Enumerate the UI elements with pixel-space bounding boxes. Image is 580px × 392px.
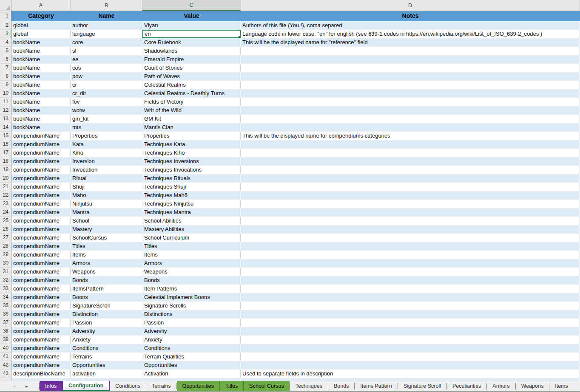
cell-category[interactable]: bookName — [11, 72, 71, 81]
cell-name[interactable]: SignatureScroll — [71, 302, 142, 310]
cell-category[interactable]: bookName — [11, 98, 71, 106]
row-number[interactable]: 21 — [0, 183, 11, 191]
cell-notes[interactable] — [241, 344, 580, 353]
cell-notes[interactable] — [241, 353, 580, 361]
cell-value[interactable]: Celestial Realms — [142, 81, 241, 89]
row-number[interactable]: 32 — [0, 276, 11, 285]
cell-notes[interactable] — [241, 251, 580, 259]
cell-value[interactable]: Core Rulebook — [142, 38, 241, 47]
row-number[interactable]: 11 — [0, 98, 11, 106]
row-number[interactable]: 13 — [0, 115, 11, 123]
cell-category[interactable]: bookName — [11, 115, 71, 123]
cell-name[interactable]: core — [71, 38, 142, 47]
cell-value[interactable]: Techniques Inversions — [142, 157, 241, 166]
sheet-tab-opportunities[interactable]: Opportunities — [177, 381, 219, 391]
cell-name[interactable]: Items — [71, 251, 142, 259]
cell-value[interactable]: Emerald Empire — [142, 55, 241, 64]
cell-notes[interactable] — [241, 149, 580, 157]
cell-name[interactable]: Terrains — [71, 353, 142, 361]
cell-name[interactable]: author — [71, 21, 142, 30]
row-number[interactable] — [0, 378, 11, 381]
cell-category[interactable]: bookName — [11, 81, 71, 89]
cell-name[interactable]: ItemsPattern — [71, 285, 142, 293]
row-number[interactable]: 20 — [0, 174, 11, 183]
row-number[interactable]: 23 — [0, 200, 11, 208]
cell-name[interactable]: Kiho — [71, 149, 142, 157]
row-number[interactable]: 5 — [0, 47, 11, 55]
row-number[interactable]: 37 — [0, 319, 11, 327]
cell-name[interactable]: Ritual — [71, 174, 142, 183]
cell-value[interactable]: GM Kit — [142, 115, 241, 123]
sheet-tab-peculiarities[interactable]: Peculiarities — [447, 381, 486, 391]
cell-category[interactable]: compendiumName — [11, 200, 71, 208]
header-cell-name[interactable]: Name — [71, 11, 142, 21]
row-number[interactable]: 42 — [0, 361, 11, 369]
row-number[interactable]: 6 — [0, 55, 11, 64]
cell-category[interactable]: compendiumName — [11, 208, 71, 217]
cell[interactable] — [241, 378, 580, 381]
row-number[interactable]: 33 — [0, 285, 11, 293]
sheet-tab-armors[interactable]: Armors — [487, 381, 515, 391]
cell-name[interactable]: Weapons — [71, 268, 142, 276]
cell-notes[interactable] — [241, 64, 580, 72]
cell-notes[interactable]: Authors of this file (You !), coma separ… — [241, 21, 580, 30]
cell-notes[interactable] — [241, 115, 580, 123]
cell-category[interactable]: bookName — [11, 106, 71, 115]
cell-category[interactable]: compendiumName — [11, 336, 71, 344]
row-number[interactable]: 19 — [0, 166, 11, 174]
sheet-tab-signature-scroll[interactable]: Signature Scroll — [398, 381, 446, 391]
cell-category[interactable]: bookName — [11, 38, 71, 47]
cell-category[interactable]: global — [11, 21, 71, 30]
cell-value[interactable]: School Curriculum — [142, 234, 241, 242]
row-number[interactable]: 29 — [0, 251, 11, 259]
cell-category[interactable]: compendiumName — [11, 174, 71, 183]
cell-category[interactable]: compendiumName — [11, 242, 71, 251]
row-number[interactable]: 18 — [0, 157, 11, 166]
cell-notes[interactable] — [241, 81, 580, 89]
cell-category[interactable]: compendiumName — [11, 276, 71, 285]
sheet-tab-weapons[interactable]: Weapons — [516, 381, 549, 391]
cell-notes[interactable] — [241, 319, 580, 327]
sheet-tab-school-cursus[interactable]: School Cursus — [244, 381, 289, 391]
cell-value[interactable]: Items — [142, 251, 241, 259]
cell-value[interactable]: Activation — [142, 369, 241, 378]
cell-value[interactable]: Shadowlands — [142, 47, 241, 55]
cell-notes[interactable]: This will be the displayed name for comp… — [241, 132, 580, 140]
row-number[interactable]: 10 — [0, 89, 11, 98]
cell-name[interactable]: pow — [71, 72, 142, 81]
cell-value[interactable]: Distinctions — [142, 310, 241, 319]
column-header-b[interactable]: B — [71, 0, 142, 11]
row-number[interactable]: 43 — [0, 369, 11, 378]
row-number[interactable]: 38 — [0, 327, 11, 336]
cell-value[interactable]: Anxiety — [142, 336, 241, 344]
cell-category[interactable]: descriptionBlocName — [11, 369, 71, 378]
cell-value[interactable]: Celestial Implement Boons — [142, 293, 241, 302]
cell-value[interactable]: Techniques Shuji — [142, 183, 241, 191]
cell-name[interactable]: Passion — [71, 319, 142, 327]
selected-cell[interactable]: en — [142, 30, 241, 38]
header-cell-category[interactable]: Category — [11, 11, 71, 21]
row-number[interactable]: 16 — [0, 140, 11, 149]
cell-notes[interactable] — [241, 123, 580, 132]
cell-category[interactable]: compendiumName — [11, 140, 71, 149]
column-header-d[interactable]: D — [241, 0, 580, 11]
sheet-tab-infos[interactable]: Infos — [40, 381, 62, 391]
cell-notes[interactable] — [241, 47, 580, 55]
cell-value[interactable]: Mantis Clan — [142, 123, 241, 132]
row-number[interactable]: 14 — [0, 123, 11, 132]
cell-category[interactable]: bookName — [11, 89, 71, 98]
cell-name[interactable]: Mastery — [71, 225, 142, 234]
cell-category[interactable]: global — [11, 30, 71, 38]
row-number[interactable]: 17 — [0, 149, 11, 157]
cell-name[interactable]: mts — [71, 123, 142, 132]
row-number[interactable]: 15 — [0, 132, 11, 140]
row-number[interactable]: 1 — [0, 11, 11, 21]
cell-value[interactable]: Celestial Realms - Deathly Turns — [142, 89, 241, 98]
cell-name[interactable]: Inversion — [71, 157, 142, 166]
cell-name[interactable]: Shuji — [71, 183, 142, 191]
cell-notes[interactable] — [241, 268, 580, 276]
cell[interactable] — [11, 378, 71, 381]
cell-value[interactable]: Opportunities — [142, 361, 241, 369]
cell-name[interactable]: Kata — [71, 140, 142, 149]
cell-value[interactable]: Court of Stones — [142, 64, 241, 72]
